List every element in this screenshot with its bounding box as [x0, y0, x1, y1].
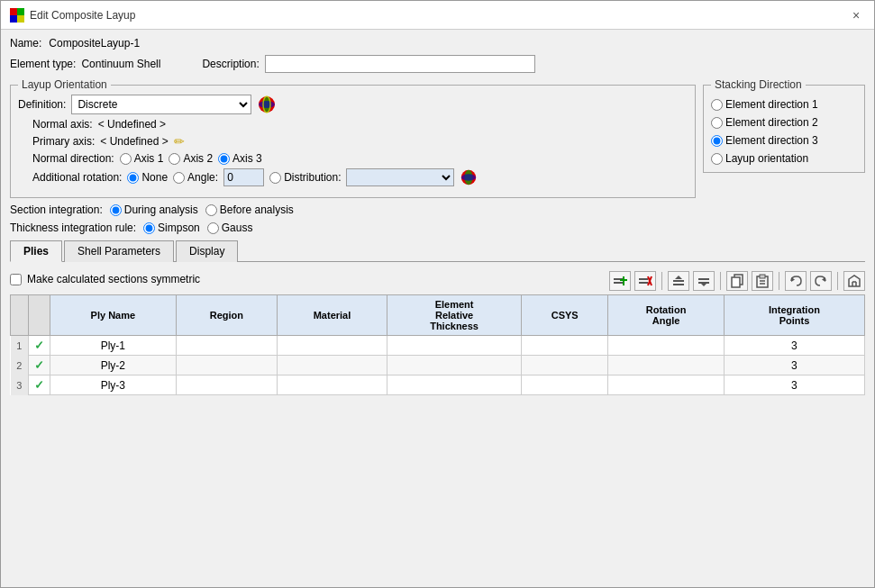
csys-cell[interactable]	[522, 336, 608, 356]
tab-shell-parameters[interactable]: Shell Parameters	[64, 240, 174, 262]
element-rel-thickness-cell[interactable]	[387, 336, 521, 356]
move-up-button[interactable]	[668, 271, 689, 291]
table-row: 1 ✓ Ply-1 3	[11, 336, 865, 356]
tabs-bar: Plies Shell Parameters Display	[10, 240, 865, 262]
dialog-icon	[10, 8, 24, 23]
color-sphere-icon	[257, 95, 277, 114]
svg-marker-24	[700, 283, 707, 286]
col-rownum	[11, 295, 29, 336]
primary-axis-value: < Undefined >	[100, 135, 168, 148]
edit-composite-layup-dialog: Edit Composite Layup × Name: CompositeLa…	[0, 0, 875, 588]
stacking-direction-options: Element direction 1 Element direction 2 …	[711, 98, 857, 165]
svg-point-6	[259, 101, 275, 108]
paste-button[interactable]	[752, 271, 773, 291]
integration-points-cell[interactable]: 3	[724, 336, 864, 356]
svg-rect-19	[673, 280, 684, 282]
distribution-dropdown[interactable]	[346, 168, 454, 186]
close-button[interactable]: ×	[847, 6, 865, 24]
stacking-dir3-radio[interactable]	[711, 135, 723, 147]
csys-cell[interactable]	[522, 375, 608, 395]
during-analysis-label[interactable]: During analysis	[110, 204, 198, 216]
axis1-radio[interactable]	[120, 153, 132, 165]
pencil-icon[interactable]: ✏	[174, 134, 185, 149]
ply-check-icon: ✓	[34, 378, 44, 392]
region-cell[interactable]	[176, 375, 277, 395]
angle-radio[interactable]	[173, 172, 185, 184]
stacking-dir3-label[interactable]: Element direction 3	[711, 134, 857, 147]
col-integration-points: IntegrationPoints	[724, 295, 864, 336]
gauss-text: Gauss	[222, 222, 253, 234]
rotation-angle-cell[interactable]	[608, 336, 725, 356]
none-radio-label[interactable]: None	[127, 171, 168, 184]
move-down-icon	[697, 274, 711, 288]
ply-name-cell[interactable]: Ply-2	[50, 356, 177, 375]
axis2-radio-label[interactable]: Axis 2	[169, 152, 213, 165]
ply-enabled-cell: ✓	[29, 356, 50, 375]
stacking-dir1-radio[interactable]	[711, 99, 723, 111]
gauss-label[interactable]: Gauss	[207, 222, 253, 234]
col-ply-name: Ply Name	[50, 295, 177, 336]
angle-input[interactable]	[223, 168, 264, 186]
simpson-label[interactable]: Simpson	[143, 222, 200, 234]
before-analysis-label[interactable]: Before analysis	[205, 204, 294, 216]
material-cell[interactable]	[278, 375, 387, 395]
plies-table: Ply Name Region Material ElementRelative…	[10, 294, 865, 395]
during-analysis-radio[interactable]	[110, 204, 122, 216]
more-button[interactable]	[843, 271, 865, 291]
svg-rect-12	[614, 282, 623, 284]
stacking-dir2-label[interactable]: Element direction 2	[711, 116, 857, 129]
axis3-radio[interactable]	[218, 153, 230, 165]
normal-direction-label: Normal direction:	[32, 152, 114, 165]
col-csys: CSYS	[522, 295, 608, 336]
make-symmetric-row: Make calculated sections symmetric	[10, 273, 200, 285]
add-ply-button[interactable]	[609, 271, 631, 291]
stacking-dir2-radio[interactable]	[711, 117, 723, 129]
before-analysis-radio[interactable]	[205, 204, 217, 216]
definition-row: Definition: Discrete Continuous	[18, 95, 688, 114]
region-cell[interactable]	[176, 356, 277, 375]
definition-dropdown[interactable]: Discrete Continuous	[71, 95, 251, 114]
axis2-radio[interactable]	[169, 153, 180, 165]
make-symmetric-checkbox[interactable]	[10, 274, 22, 285]
element-type-label: Element type:	[10, 58, 76, 70]
move-down-button[interactable]	[693, 271, 715, 291]
rotation-angle-cell[interactable]	[608, 356, 725, 375]
copy-button[interactable]	[726, 271, 748, 291]
gauss-radio[interactable]	[207, 222, 219, 234]
distribution-radio-label[interactable]: Distribution:	[269, 171, 341, 184]
undo-button[interactable]	[785, 271, 807, 291]
description-input[interactable]	[265, 55, 535, 73]
row-num: 1	[11, 336, 29, 356]
tab-plies[interactable]: Plies	[10, 240, 62, 262]
angle-label: Angle:	[187, 171, 218, 184]
name-value: CompositeLayup-1	[49, 37, 140, 50]
stacking-layup-radio[interactable]	[711, 153, 723, 165]
delete-ply-button[interactable]	[634, 271, 656, 291]
copy-icon	[730, 274, 744, 288]
integration-points-cell[interactable]: 3	[724, 356, 864, 375]
ply-name-cell[interactable]: Ply-1	[50, 336, 177, 356]
region-cell[interactable]	[176, 336, 277, 356]
svg-marker-21	[675, 276, 682, 279]
rotation-angle-cell[interactable]	[608, 375, 725, 395]
element-rel-thickness-cell[interactable]	[387, 356, 521, 375]
tab-display[interactable]: Display	[176, 240, 238, 262]
csys-cell[interactable]	[522, 356, 608, 375]
svg-rect-16	[639, 282, 648, 284]
axis3-radio-label[interactable]: Axis 3	[218, 152, 262, 165]
none-radio[interactable]	[127, 172, 139, 184]
element-rel-thickness-cell[interactable]	[387, 375, 521, 395]
stacking-dir1-label[interactable]: Element direction 1	[711, 98, 857, 111]
material-cell[interactable]	[278, 356, 387, 375]
redo-button[interactable]	[810, 271, 832, 291]
stacking-layup-label[interactable]: Layup orientation	[711, 152, 857, 165]
distribution-radio[interactable]	[269, 172, 281, 184]
ply-enabled-cell: ✓	[29, 375, 50, 395]
simpson-radio[interactable]	[143, 222, 155, 234]
axis1-radio-label[interactable]: Axis 1	[120, 152, 164, 165]
description-label: Description:	[202, 58, 259, 70]
material-cell[interactable]	[278, 336, 387, 356]
angle-radio-label[interactable]: Angle:	[173, 171, 218, 184]
integration-points-cell[interactable]: 3	[724, 375, 864, 395]
ply-name-cell[interactable]: Ply-3	[50, 375, 177, 395]
